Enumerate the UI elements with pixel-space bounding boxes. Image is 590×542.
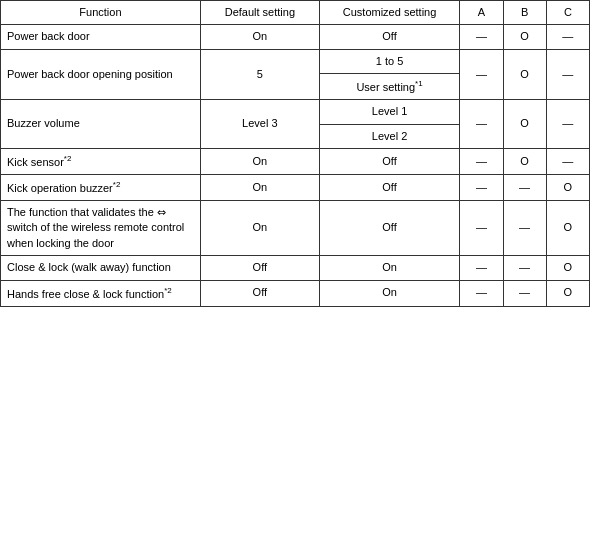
- row-c: O: [546, 256, 589, 280]
- row-a: —: [460, 280, 503, 306]
- row-b: —: [503, 280, 546, 306]
- table-row: Kick sensor*2 On Off — O —: [1, 149, 590, 175]
- row-b: O: [503, 25, 546, 49]
- header-c: C: [546, 1, 589, 25]
- row-default: Off: [200, 280, 319, 306]
- row-a: —: [460, 49, 503, 99]
- row-default: On: [200, 201, 319, 256]
- row-c: O: [546, 175, 589, 201]
- row-custom: Off: [319, 201, 459, 256]
- row-function: Close & lock (walk away) function: [1, 256, 201, 280]
- row-b: —: [503, 201, 546, 256]
- row-a: —: [460, 100, 503, 149]
- row-custom: Level 1: [319, 100, 459, 124]
- row-function: Kick operation buzzer*2: [1, 175, 201, 201]
- table-row: Close & lock (walk away) function Off On…: [1, 256, 590, 280]
- row-a: —: [460, 149, 503, 175]
- row-default: 5: [200, 49, 319, 99]
- row-default: On: [200, 149, 319, 175]
- header-function: Function: [1, 1, 201, 25]
- row-default: On: [200, 175, 319, 201]
- row-b: O: [503, 100, 546, 149]
- row-default: On: [200, 25, 319, 49]
- row-b: O: [503, 49, 546, 99]
- row-function: Power back door: [1, 25, 201, 49]
- row-a: —: [460, 175, 503, 201]
- row-custom: User setting*1: [319, 74, 459, 100]
- table-row: Power back door On Off — O —: [1, 25, 590, 49]
- row-custom: Level 2: [319, 124, 459, 148]
- row-b: —: [503, 256, 546, 280]
- row-c: —: [546, 100, 589, 149]
- row-custom: On: [319, 280, 459, 306]
- row-b: O: [503, 149, 546, 175]
- header-default: Default setting: [200, 1, 319, 25]
- table-row: Power back door opening position 5 1 to …: [1, 49, 590, 73]
- table-row: Buzzer volume Level 3 Level 1 — O —: [1, 100, 590, 124]
- table-row: The function that validates the ⇔ switch…: [1, 201, 590, 256]
- row-custom: Off: [319, 175, 459, 201]
- settings-table: Function Default setting Customized sett…: [0, 0, 590, 307]
- row-custom: On: [319, 256, 459, 280]
- row-function: Power back door opening position: [1, 49, 201, 99]
- row-c: O: [546, 280, 589, 306]
- row-c: —: [546, 49, 589, 99]
- row-function: The function that validates the ⇔ switch…: [1, 201, 201, 256]
- row-function: Buzzer volume: [1, 100, 201, 149]
- row-c: —: [546, 25, 589, 49]
- row-custom: Off: [319, 149, 459, 175]
- row-default: Off: [200, 256, 319, 280]
- row-a: —: [460, 201, 503, 256]
- main-table-container: Function Default setting Customized sett…: [0, 0, 590, 307]
- row-a: —: [460, 25, 503, 49]
- row-a: —: [460, 256, 503, 280]
- row-c: —: [546, 149, 589, 175]
- row-function: Hands free close & lock function*2: [1, 280, 201, 306]
- row-custom: 1 to 5: [319, 49, 459, 73]
- table-row: Hands free close & lock function*2 Off O…: [1, 280, 590, 306]
- row-c: O: [546, 201, 589, 256]
- header-custom: Customized setting: [319, 1, 459, 25]
- row-default: Level 3: [200, 100, 319, 149]
- row-function: Kick sensor*2: [1, 149, 201, 175]
- row-custom: Off: [319, 25, 459, 49]
- row-b: —: [503, 175, 546, 201]
- table-row: Kick operation buzzer*2 On Off — — O: [1, 175, 590, 201]
- header-a: A: [460, 1, 503, 25]
- header-b: B: [503, 1, 546, 25]
